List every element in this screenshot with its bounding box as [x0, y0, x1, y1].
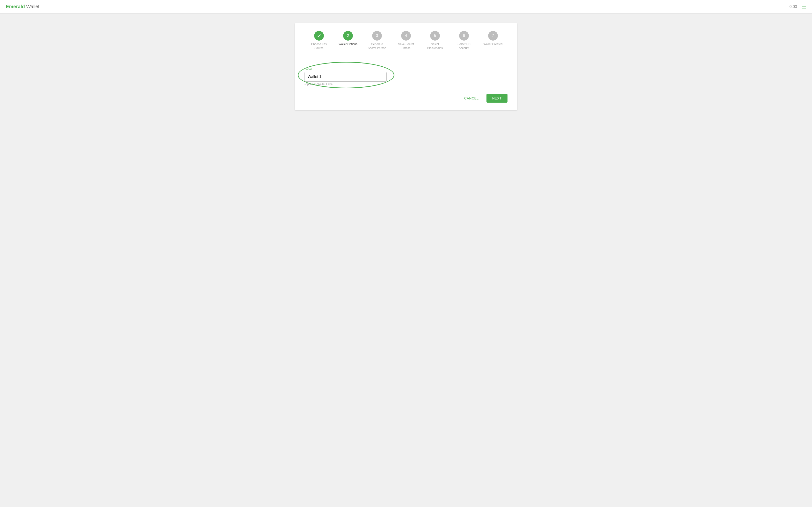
topbar: Emerald Wallet 0.00 ☰ [0, 0, 812, 13]
stepper: Choose Key Source 2 Wallet Options 3 Gen… [305, 31, 507, 50]
wallet-label-input[interactable] [305, 72, 387, 81]
label-hint: (optional) Wallet Label [305, 82, 387, 86]
step-5-number: 5 [434, 34, 436, 38]
topbar-right: 0.00 ☰ [790, 4, 806, 9]
step-3: 3 Generate Secret Phrase [362, 31, 392, 50]
step-1: Choose Key Source [305, 31, 334, 50]
menu-icon[interactable]: ☰ [802, 4, 806, 9]
label-field-label: Label [305, 68, 387, 71]
app-title-green: Emerald [6, 4, 25, 9]
step-5: 5 Select Blockchains [420, 31, 450, 50]
footer-actions: CANCEL NEXT [305, 94, 507, 103]
app-logo: Emerald Wallet [6, 4, 39, 9]
step-6-label: Select HD Account [454, 43, 474, 50]
step-3-circle: 3 [372, 31, 382, 41]
label-input-wrapper [305, 72, 387, 81]
form-area: Label (optional) Wallet Label [305, 65, 507, 86]
step-6-number: 6 [463, 34, 465, 38]
app-title-gray: Wallet [25, 4, 39, 9]
step-7-label: Wallet Created [484, 43, 503, 46]
step-7-number: 7 [492, 34, 494, 38]
step-2-circle: 2 [343, 31, 353, 41]
balance-display: 0.00 [790, 5, 797, 9]
step-6: 6 Select HD Account [450, 31, 478, 50]
main-content: Choose Key Source 2 Wallet Options 3 Gen… [0, 13, 812, 120]
step-2-label: Wallet Options [339, 43, 357, 46]
step-6-circle: 6 [459, 31, 469, 41]
step-5-label: Select Blockchains [425, 43, 445, 50]
cancel-button[interactable]: CANCEL [460, 94, 483, 103]
divider [305, 58, 507, 58]
step-5-circle: 5 [430, 31, 440, 41]
checkmark-icon [317, 33, 321, 38]
next-button[interactable]: NEXT [487, 94, 507, 103]
wizard-card: Choose Key Source 2 Wallet Options 3 Gen… [295, 23, 517, 110]
label-group: Label (optional) Wallet Label [305, 68, 387, 86]
step-4-circle: 4 [401, 31, 411, 41]
step-1-label: Choose Key Source [309, 43, 329, 50]
step-2: 2 Wallet Options [334, 31, 362, 46]
step-7: 7 Wallet Created [478, 31, 507, 46]
step-4-label: Save Secret Phrase [396, 43, 416, 50]
step-4: 4 Save Secret Phrase [392, 31, 420, 50]
step-1-circle [314, 31, 324, 41]
step-3-number: 3 [376, 34, 378, 38]
step-4-number: 4 [405, 34, 407, 38]
step-2-number: 2 [347, 34, 349, 38]
step-3-label: Generate Secret Phrase [367, 43, 387, 50]
step-7-circle: 7 [488, 31, 498, 41]
